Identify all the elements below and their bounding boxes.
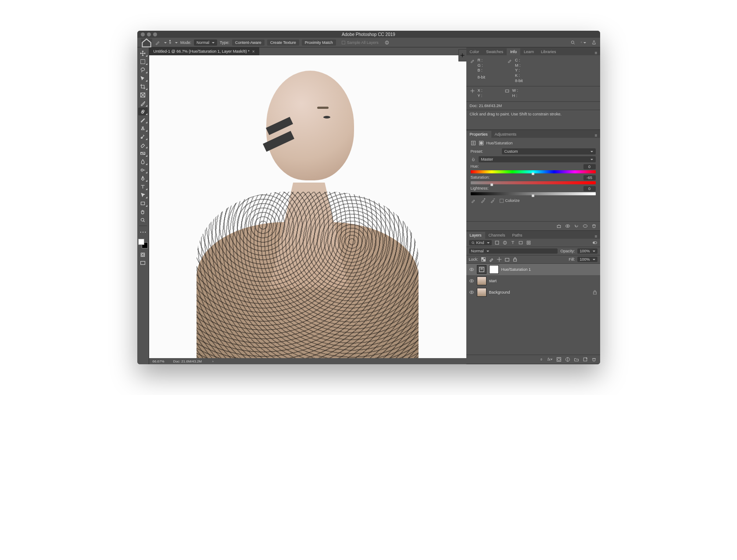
layer-row[interactable]: Background [466,287,600,298]
tab-libraries[interactable]: Libraries [537,48,560,55]
color-swatches[interactable] [138,239,148,248]
shape-tool[interactable] [138,199,148,207]
preset-chevron-icon[interactable] [163,40,167,45]
toggle-visibility-icon[interactable] [583,223,588,229]
opacity-input[interactable]: 100% [577,248,597,254]
lock-nesting-icon[interactable] [504,257,510,262]
colorize-checkbox[interactable]: Colorize [500,198,520,203]
tab-layers[interactable]: Layers [466,232,485,239]
tab-color[interactable]: Color [466,48,483,55]
pen-tool[interactable] [138,174,148,182]
tab-learn[interactable]: Learn [520,48,537,55]
clip-icon[interactable] [556,223,562,229]
panel-menu-icon[interactable]: ≡ [592,234,600,239]
pressure-icon[interactable] [384,40,390,45]
visibility-toggle[interactable] [469,290,474,295]
filter-toggle-icon[interactable] [592,240,597,245]
fill-input[interactable]: 100% [577,257,597,262]
fx-icon[interactable]: fx▾ [547,357,553,362]
screen-mode-button[interactable] [138,259,148,267]
tool-preset-icon[interactable] [155,40,160,45]
gradient-tool[interactable] [138,149,148,157]
eraser-tool[interactable] [138,141,148,149]
close-tab-icon[interactable]: × [252,49,255,54]
quick-select-tool[interactable] [138,74,148,82]
channel-select[interactable]: Master [479,156,596,162]
history-brush-tool[interactable] [138,133,148,140]
new-layer-icon[interactable] [583,357,588,362]
panel-menu-icon[interactable]: ≡ [592,50,600,55]
path-select-tool[interactable] [138,191,148,199]
home-button[interactable] [141,39,152,47]
workspace-select[interactable] [581,40,586,45]
lock-all-icon[interactable] [512,257,518,262]
delete-icon[interactable] [591,223,597,229]
reset-icon[interactable] [574,223,579,229]
brush-chevron-icon[interactable] [174,40,178,45]
filter-type-icon[interactable] [510,240,515,245]
tab-info[interactable]: Info [507,48,520,55]
doc-size[interactable]: Doc: 21.6M/43.2M [173,359,202,363]
filter-select[interactable]: Kind [469,240,492,245]
blend-mode-select[interactable]: Normal [469,248,558,254]
blur-tool[interactable] [138,158,148,165]
new-adjustment-icon[interactable] [565,357,570,362]
panel-menu-icon[interactable]: ≡ [592,133,600,138]
marquee-tool[interactable] [138,57,148,65]
visibility-toggle[interactable] [469,278,474,284]
foreground-color[interactable] [138,239,144,245]
clone-stamp-tool[interactable] [138,124,148,132]
canvas[interactable] [149,55,466,358]
tab-properties[interactable]: Properties [466,131,491,138]
tab-swatches[interactable]: Swatches [483,48,507,55]
brush-tool[interactable] [138,116,148,124]
tab-adjustments[interactable]: Adjustments [491,131,520,138]
move-tool[interactable] [138,49,148,57]
eyedropper-tool[interactable] [138,99,148,107]
type-tool[interactable] [138,183,148,190]
search-icon[interactable] [570,40,576,45]
content-aware-button[interactable]: Content-Aware [232,39,265,46]
collapsed-panel-icon[interactable] [458,49,466,61]
filter-shape-icon[interactable] [518,240,523,245]
add-mask-icon[interactable] [556,357,562,362]
dodge-tool[interactable] [138,166,148,174]
tab-channels[interactable]: Channels [485,232,509,239]
proximity-match-button[interactable]: Proximity Match [302,39,336,46]
finger-icon[interactable] [471,157,476,162]
healing-brush-tool[interactable] [138,108,148,115]
eyedropper-add-icon[interactable] [480,198,486,203]
filter-pixel-icon[interactable] [494,240,500,245]
visibility-toggle[interactable] [469,267,474,272]
lock-transparency-icon[interactable] [481,257,486,262]
lock-position-icon[interactable] [497,257,502,262]
layer-row[interactable]: Hue/Saturation 1 [466,264,600,275]
share-icon[interactable] [591,40,597,45]
sample-all-layers-checkbox[interactable]: Sample All Layers [339,39,382,46]
lock-pixels-icon[interactable] [489,257,494,262]
frame-tool[interactable] [138,91,148,99]
delete-layer-icon[interactable] [591,357,597,362]
link-layers-icon[interactable] [539,357,544,362]
tab-paths[interactable]: Paths [509,232,526,239]
lightness-slider[interactable]: Lightness:0 [471,186,596,195]
edit-toolbar-button[interactable]: ⋯ [138,228,148,236]
zoom-tool[interactable] [138,216,148,224]
layer-row[interactable]: start [466,275,600,287]
document-tab[interactable]: Untitled-1 @ 66.7% (Hue/Saturation 1, La… [149,47,259,55]
hand-tool[interactable] [138,208,148,215]
create-texture-button[interactable]: Create Texture [267,39,299,46]
status-chevron-icon[interactable]: › [212,359,214,363]
mask-thumb[interactable] [489,265,499,274]
saturation-slider[interactable]: Saturation:-65 [471,175,596,184]
filter-adjust-icon[interactable] [502,240,508,245]
quick-mask-button[interactable] [138,251,148,258]
brush-picker[interactable]: 9 [169,40,171,45]
view-previous-icon[interactable] [565,223,570,229]
filter-smart-icon[interactable] [526,240,531,245]
eyedropper-set-icon[interactable] [471,198,476,203]
eyedropper-sub-icon[interactable] [490,198,495,203]
new-group-icon[interactable] [574,357,579,362]
lasso-tool[interactable] [138,66,148,74]
zoom-level[interactable]: 66.67% [153,359,165,363]
